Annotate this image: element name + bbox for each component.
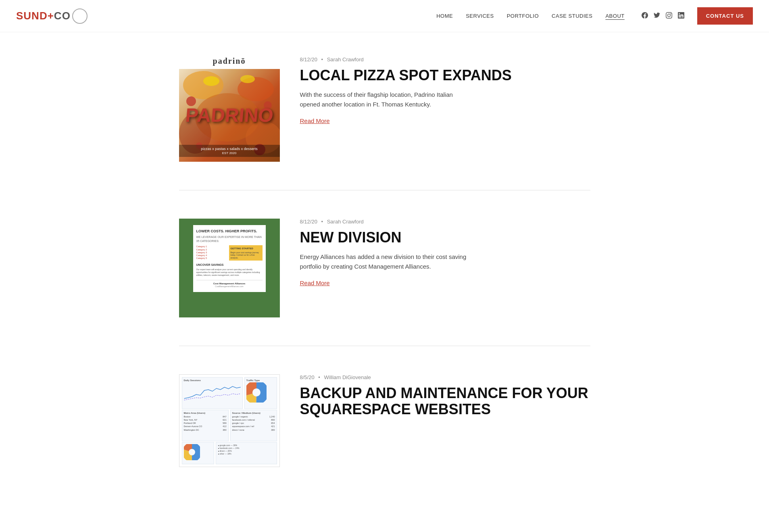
case-entry-1: padrinō — [179, 56, 590, 162]
doc-header: LOWER COSTS. HIGHER PROFITS. — [196, 229, 263, 234]
svg-point-9 — [203, 76, 219, 86]
energy-doc: LOWER COSTS. HIGHER PROFITS. WE LEVERAGE… — [193, 225, 266, 292]
facebook-icon[interactable] — [642, 12, 648, 20]
logo-plus: + — [48, 10, 54, 22]
svg-point-18 — [185, 446, 198, 459]
case-date-2: 8/12/20 — [300, 219, 317, 225]
case-date-1: 8/12/20 — [300, 56, 317, 63]
case-title-3: BACKUP AND MAINTENANCE FOR YOUR SQUARESP… — [300, 385, 590, 417]
main-nav: HOME SERVICES PORTFOLIO CASE STUDIES ABO… — [436, 7, 753, 25]
nav-services[interactable]: SERVICES — [466, 13, 494, 19]
case-entry-3: Daily Sessions Traffic Type — [179, 374, 590, 467]
read-more-2[interactable]: Read More — [300, 280, 330, 286]
case-title-2: NEW DIVISION — [300, 229, 590, 246]
twitter-icon[interactable] — [654, 12, 660, 20]
linkedin-icon[interactable] — [678, 12, 684, 20]
case-date-3: 8/5/20 — [300, 374, 315, 380]
logo[interactable]: SUND+CO — [16, 8, 88, 24]
case-author-2: Sarah Crawford — [327, 219, 364, 225]
social-icons — [642, 12, 684, 20]
case-excerpt-2: Energy Alliances has added a new divisio… — [300, 252, 469, 271]
case-image-1: PADRINO pizzas x pastas x salads x desse… — [179, 69, 280, 162]
instagram-icon[interactable] — [666, 12, 672, 20]
doc-sub: WE LEVERAGE OUR EXPERTISE IN MORE THAN 3… — [196, 235, 263, 243]
case-meta-1: 8/12/20 • Sarah Crawford — [300, 56, 590, 63]
meta-dot-1: • — [321, 56, 323, 63]
case-meta-2: 8/12/20 • Sarah Crawford — [300, 219, 590, 225]
nav-home[interactable]: HOME — [436, 13, 453, 19]
case-author-3: William DiGiovenale — [324, 374, 371, 380]
divider-2 — [179, 346, 590, 346]
case-title-1: LOCAL PIZZA SPOT EXPANDS — [300, 67, 590, 83]
case-excerpt-1: With the success of their flagship locat… — [300, 90, 469, 109]
meta-dot-3: • — [318, 374, 320, 380]
contact-button[interactable]: CONTACT US — [697, 7, 753, 25]
divider-1 — [179, 190, 590, 190]
case-meta-3: 8/5/20 • William DiGiovenale — [300, 374, 590, 380]
nav-case-studies[interactable]: CASE STUDIES — [552, 13, 592, 19]
case-image-label-1: padrinō — [179, 56, 280, 66]
case-content-2: 8/12/20 • Sarah Crawford NEW DIVISION En… — [300, 219, 590, 287]
read-more-1[interactable]: Read More — [300, 117, 330, 124]
case-entry-2: LOWER COSTS. HIGHER PROFITS. WE LEVERAGE… — [179, 219, 590, 317]
case-author-1: Sarah Crawford — [327, 56, 364, 63]
meta-dot-2: • — [321, 219, 323, 225]
logo-sund: SUND — [16, 10, 48, 22]
svg-point-10 — [240, 75, 255, 83]
site-header: SUND+CO HOME SERVICES PORTFOLIO CASE STU… — [0, 0, 769, 32]
nav-about[interactable]: ABOUT — [605, 13, 624, 19]
svg-point-14 — [248, 384, 265, 401]
case-image-wrapper-3: Daily Sessions Traffic Type — [179, 374, 280, 467]
case-image-2: LOWER COSTS. HIGHER PROFITS. WE LEVERAGE… — [179, 219, 280, 317]
case-image-wrapper-2: LOWER COSTS. HIGHER PROFITS. WE LEVERAGE… — [179, 219, 280, 317]
logo-co: CO — [54, 10, 71, 22]
case-image-wrapper-1: padrinō — [179, 56, 280, 162]
case-image-3: Daily Sessions Traffic Type — [179, 374, 280, 467]
logo-circle-icon — [72, 8, 88, 24]
main-content: padrinō — [163, 32, 606, 519]
case-content-3: 8/5/20 • William DiGiovenale BACKUP AND … — [300, 374, 590, 424]
padrino-tagline: pizzas x pastas x salads x desserts EST … — [179, 145, 280, 157]
nav-portfolio[interactable]: PORTFOLIO — [507, 13, 539, 19]
case-content-1: 8/12/20 • Sarah Crawford LOCAL PIZZA SPO… — [300, 56, 590, 125]
